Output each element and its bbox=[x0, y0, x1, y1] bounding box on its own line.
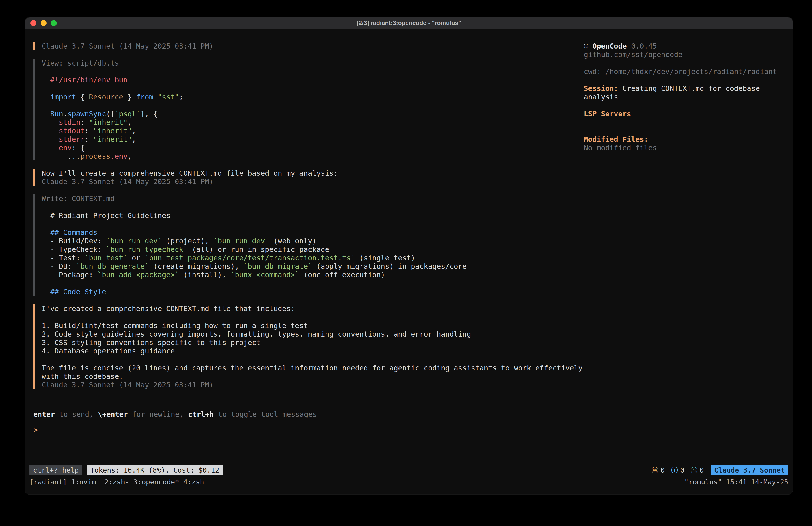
text-segment: #!/usr/bin/env bun bbox=[50, 76, 128, 84]
text-segment: "sst" bbox=[158, 93, 179, 101]
text-segment: `bun db generate` bbox=[76, 262, 149, 271]
text-segment: import bbox=[50, 93, 76, 101]
main-row: Claude 3.7 Sonnet (14 May 2025 03:41 PM)… bbox=[33, 42, 784, 410]
info-count-value: 0 bbox=[680, 466, 684, 474]
warning-count-value: 0 bbox=[661, 466, 665, 474]
text-line: ## Commands bbox=[42, 228, 584, 237]
text-segment: ], { bbox=[140, 110, 158, 118]
sidebar-line: © OpenCode 0.0.45 bbox=[584, 42, 784, 51]
text-segment bbox=[42, 76, 50, 84]
text-line bbox=[42, 313, 584, 322]
session-sidebar: © OpenCode 0.0.45github.com/sst/opencode… bbox=[584, 42, 784, 410]
text-line: - TypeCheck: `bun run typecheck` (all) o… bbox=[42, 245, 584, 254]
text-segment bbox=[42, 110, 50, 118]
sidebar-line: github.com/sst/opencode bbox=[584, 51, 784, 59]
text-segment bbox=[42, 93, 50, 101]
text-line: 3. CSS styling conventions specific to t… bbox=[42, 338, 584, 347]
terminal-window: [2/3] radiant:3:opencode - "romulus" Cla… bbox=[25, 17, 793, 494]
input-divider bbox=[33, 422, 784, 422]
text-segment: 3. CSS styling conventions specific to t… bbox=[42, 338, 261, 347]
text-segment: - Test: bbox=[42, 254, 85, 262]
text-segment: github.com/sst/opencode bbox=[584, 51, 683, 59]
text-segment bbox=[42, 118, 59, 127]
text-segment: - Build/Dev: bbox=[42, 237, 106, 245]
text-segment: stdin bbox=[59, 118, 80, 127]
text-segment: (create migrations), bbox=[149, 262, 244, 271]
text-segment bbox=[42, 228, 50, 237]
text-segment: : { bbox=[72, 144, 85, 152]
text-segment: "inherit" bbox=[93, 127, 132, 135]
text-line: ## Code Style bbox=[42, 287, 584, 296]
text-segment: (apply migrations) in packages/core bbox=[312, 262, 467, 271]
text-segment: `bunx <command>` bbox=[231, 271, 299, 279]
sidebar-line: cwd: /home/thdxr/dev/projects/radiant/ra… bbox=[584, 67, 784, 76]
sidebar-line bbox=[584, 101, 784, 110]
text-segment: (one-off execution) bbox=[299, 271, 385, 279]
text-segment bbox=[153, 93, 158, 101]
text-segment bbox=[42, 135, 59, 144]
tool-output-view-block: View: script/db.ts #!/usr/bin/env bun im… bbox=[33, 59, 584, 160]
model-badge: Claude 3.7 Sonnet bbox=[711, 465, 788, 475]
text-line: Now I'll create a comprehensive CONTEXT.… bbox=[42, 169, 584, 177]
prompt-input[interactable]: > bbox=[33, 426, 784, 434]
hint-count-icon: ⓗ bbox=[691, 466, 697, 474]
text-segment: `bun test packages/core/test/transaction… bbox=[145, 254, 355, 262]
text-segment: `bun test` bbox=[85, 254, 128, 262]
text-segment: View: script/db.ts bbox=[42, 59, 119, 67]
text-segment: spawnSync bbox=[68, 110, 106, 118]
text-line bbox=[42, 220, 584, 228]
sidebar-line: LSP Servers bbox=[584, 110, 784, 118]
text-segment: LSP Servers bbox=[584, 110, 631, 118]
text-line: stdin: "inherit", bbox=[42, 118, 584, 127]
text-segment: for newline, bbox=[128, 410, 188, 418]
text-segment: - TypeCheck: bbox=[42, 245, 106, 254]
text-segment: Write: CONTEXT.md bbox=[42, 194, 115, 203]
text-line: The file is concise (20 lines) and captu… bbox=[42, 364, 584, 381]
input-area: enter to send, \+enter for newline, ctrl… bbox=[33, 410, 784, 465]
text-segment: enter bbox=[33, 410, 55, 418]
chat-transcript: Claude 3.7 Sonnet (14 May 2025 03:41 PM)… bbox=[33, 42, 584, 410]
text-segment: or bbox=[128, 254, 145, 262]
text-line: 4. Database operations guidance bbox=[42, 347, 584, 355]
text-segment: ; bbox=[179, 93, 184, 101]
hint-count: ⓗ0 bbox=[691, 466, 704, 474]
text-segment: `bun run dev` bbox=[214, 237, 269, 245]
text-segment: ([ bbox=[106, 110, 115, 118]
text-segment: (project), bbox=[162, 237, 213, 245]
text-line: Bun.spawnSync([`psql`], { bbox=[42, 110, 584, 118]
sidebar-line bbox=[584, 76, 784, 84]
hint-count-value: 0 bbox=[700, 466, 704, 474]
text-segment: , bbox=[128, 152, 132, 160]
text-line bbox=[42, 279, 584, 287]
text-segment: "inherit" bbox=[89, 118, 128, 127]
text-segment: : bbox=[85, 135, 93, 144]
status-right-group: Ⓦ0ⓘ0ⓗ0 Claude 3.7 Sonnet bbox=[652, 465, 788, 475]
text-segment: 0.0.45 bbox=[627, 42, 657, 51]
text-line: ...process.env, bbox=[42, 152, 584, 160]
tmux-session-windows[interactable]: [radiant] 1:nvim 2:zsh- 3:opencode* 4:zs… bbox=[29, 478, 204, 486]
info-count-icon: ⓘ bbox=[671, 466, 678, 474]
text-segment: stderr bbox=[59, 135, 85, 144]
text-segment bbox=[42, 144, 59, 152]
text-segment bbox=[42, 287, 50, 296]
input-help-line: enter to send, \+enter for newline, ctrl… bbox=[33, 410, 784, 418]
tmux-host-time: "romulus" 15:41 14-May-25 bbox=[684, 478, 788, 486]
text-segment: env bbox=[59, 144, 72, 152]
text-segment: `bun run dev` bbox=[106, 237, 162, 245]
text-segment: 2. Code style guidelines covering import… bbox=[42, 330, 471, 338]
text-segment: Modified Files: bbox=[584, 135, 648, 144]
text-line: 2. Code style guidelines covering import… bbox=[42, 330, 584, 338]
text-segment: # Radiant Project Guidelines bbox=[42, 211, 171, 220]
text-line: env: { bbox=[42, 144, 584, 152]
text-line bbox=[42, 203, 584, 211]
text-segment: , bbox=[132, 127, 136, 135]
window-title: [2/3] radiant:3:opencode - "romulus" bbox=[25, 19, 793, 27]
text-line: I've created a comprehensive CONTEXT.md … bbox=[42, 304, 584, 313]
text-line: stdout: "inherit", bbox=[42, 127, 584, 135]
text-segment: . bbox=[63, 110, 67, 118]
text-segment: (all) or run in specific package bbox=[188, 245, 329, 254]
text-line: stderr: "inherit", bbox=[42, 135, 584, 144]
text-segment: ... bbox=[42, 152, 80, 160]
text-line: - Package: `bun add <package>` (install)… bbox=[42, 271, 584, 279]
warning-count-icon: Ⓦ bbox=[652, 466, 658, 474]
